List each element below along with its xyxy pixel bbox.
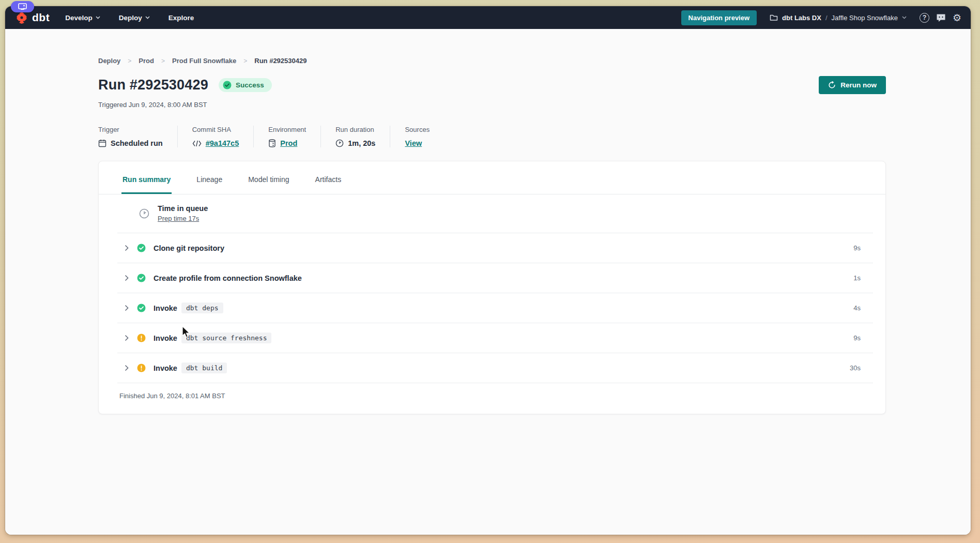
primary-nav: Develop Deploy Explore bbox=[65, 14, 194, 22]
nav-item-label: Deploy bbox=[119, 14, 142, 22]
run-summary-card: Run summary Lineage Model timing Artifac… bbox=[98, 161, 886, 414]
meta-label: Run duration bbox=[335, 126, 375, 133]
rerun-now-button[interactable]: Rerun now bbox=[819, 76, 886, 94]
breadcrumb-deploy[interactable]: Deploy bbox=[98, 57, 120, 65]
chevron-right-icon[interactable] bbox=[125, 305, 129, 311]
breadcrumb-separator: > bbox=[161, 57, 165, 65]
chevron-right-icon[interactable] bbox=[125, 335, 129, 341]
breadcrumb-job[interactable]: Prod Full Snowflake bbox=[172, 57, 236, 65]
database-icon bbox=[268, 139, 276, 147]
meta-label: Trigger bbox=[98, 126, 163, 133]
breadcrumb-run: Run #292530429 bbox=[254, 57, 307, 65]
rerun-icon bbox=[828, 81, 836, 89]
step-row-dbt-build[interactable]: Invoke dbt build 30s bbox=[99, 353, 885, 383]
gear-icon: ⚙ bbox=[953, 13, 961, 23]
chevron-right-icon[interactable] bbox=[125, 245, 129, 251]
breadcrumb-prod[interactable]: Prod bbox=[139, 57, 154, 65]
code-icon bbox=[192, 140, 202, 147]
meta-label: Sources bbox=[405, 126, 430, 133]
rerun-label: Rerun now bbox=[840, 81, 877, 89]
settings-button[interactable]: ⚙ bbox=[953, 13, 961, 23]
dbt-logo-icon bbox=[14, 10, 29, 25]
page-body: Deploy > Prod > Prod Full Snowflake > Ru… bbox=[5, 29, 971, 535]
trigger-value: Scheduled run bbox=[111, 139, 163, 147]
tab-lineage[interactable]: Lineage bbox=[195, 161, 223, 194]
queue-title: Time in queue bbox=[158, 204, 208, 213]
finished-timestamp: Finished Jun 9, 2024, 8:01 AM BST bbox=[99, 383, 885, 414]
dbt-logo[interactable]: dbt bbox=[14, 10, 50, 25]
navigation-preview-button[interactable]: Navigation preview bbox=[681, 10, 757, 25]
account-name: dbt Labs DX bbox=[782, 14, 821, 22]
step-code: dbt deps bbox=[181, 303, 223, 313]
page-title: Run #292530429 bbox=[98, 77, 208, 93]
nav-item-develop[interactable]: Develop bbox=[65, 14, 100, 22]
tab-run-summary[interactable]: Run summary bbox=[121, 161, 172, 194]
queue-clock-icon bbox=[139, 208, 149, 219]
chevron-right-icon[interactable] bbox=[125, 275, 129, 281]
nav-item-label: Explore bbox=[169, 14, 194, 22]
sources-view-link[interactable]: View bbox=[405, 139, 422, 147]
tab-artifacts[interactable]: Artifacts bbox=[314, 161, 343, 194]
path-separator: / bbox=[825, 14, 828, 22]
screen-share-extension-pill[interactable] bbox=[11, 1, 34, 12]
step-row-create-profile[interactable]: Create profile from connection Snowflake… bbox=[99, 263, 885, 293]
help-button[interactable]: ? bbox=[920, 13, 929, 23]
step-row-clone-git[interactable]: Clone git repository 9s bbox=[99, 233, 885, 263]
chevron-down-icon bbox=[902, 16, 907, 19]
folder-icon bbox=[770, 14, 778, 21]
meta-environment: Environment Prod bbox=[268, 126, 321, 147]
nav-item-explore[interactable]: Explore bbox=[169, 14, 194, 22]
success-check-icon bbox=[223, 81, 232, 89]
screen-share-icon bbox=[18, 3, 27, 10]
project-name: Jaffle Shop Snowflake bbox=[832, 14, 898, 22]
success-check-icon bbox=[137, 304, 146, 312]
nav-item-deploy[interactable]: Deploy bbox=[119, 14, 150, 22]
meta-sources: Sources View bbox=[405, 126, 444, 147]
step-duration: 1s bbox=[853, 274, 885, 282]
warning-icon bbox=[137, 334, 146, 342]
step-duration: 4s bbox=[853, 304, 885, 312]
step-row-dbt-source-freshness[interactable]: Invoke dbt source freshness 9s bbox=[99, 323, 885, 353]
step-row-dbt-deps[interactable]: Invoke dbt deps 4s bbox=[99, 293, 885, 323]
warning-icon bbox=[137, 364, 146, 372]
chevron-down-icon bbox=[96, 16, 100, 19]
run-meta-row: Trigger Scheduled run Commit SHA bbox=[98, 126, 886, 147]
step-label: Clone git repository bbox=[154, 244, 224, 252]
feedback-button[interactable] bbox=[936, 13, 946, 22]
breadcrumb-separator: > bbox=[128, 57, 131, 65]
chevron-right-icon[interactable] bbox=[125, 365, 129, 371]
status-label: Success bbox=[236, 81, 264, 89]
commit-sha-link[interactable]: #9a147c5 bbox=[206, 139, 239, 147]
nav-item-label: Develop bbox=[65, 14, 93, 22]
breadcrumb: Deploy > Prod > Prod Full Snowflake > Ru… bbox=[98, 57, 886, 65]
triggered-timestamp: Triggered Jun 9, 2024, 8:00 AM BST bbox=[98, 101, 886, 109]
step-code: dbt source freshness bbox=[181, 333, 272, 343]
time-in-queue-row: Time in queue Prep time 17s bbox=[99, 194, 885, 233]
navbar-icon-group: ? ⚙ bbox=[920, 13, 961, 23]
dbt-logo-text: dbt bbox=[32, 11, 50, 24]
tab-model-timing[interactable]: Model timing bbox=[247, 161, 290, 194]
page-header: Run #292530429 Success Rerun now bbox=[98, 76, 886, 94]
step-label: Invoke bbox=[154, 334, 177, 342]
meta-commit-sha: Commit SHA #9a147c5 bbox=[192, 126, 254, 147]
success-check-icon bbox=[137, 244, 146, 252]
success-check-icon bbox=[137, 274, 146, 282]
top-navbar: dbt Develop Deploy Explore Navigation pr… bbox=[5, 6, 971, 29]
prep-time-link[interactable]: Prep time 17s bbox=[158, 215, 199, 222]
environment-link[interactable]: Prod bbox=[280, 139, 297, 147]
breadcrumb-separator: > bbox=[243, 57, 247, 65]
meta-label: Commit SHA bbox=[192, 126, 239, 133]
status-badge: Success bbox=[219, 78, 272, 92]
chevron-down-icon bbox=[145, 16, 150, 19]
navbar-right: Navigation preview dbt Labs DX / Jaffle … bbox=[681, 10, 961, 25]
app-window: dbt Develop Deploy Explore Navigation pr… bbox=[5, 6, 971, 535]
meta-label: Environment bbox=[268, 126, 306, 133]
project-switcher[interactable]: dbt Labs DX / Jaffle Shop Snowflake bbox=[770, 14, 907, 22]
step-code: dbt build bbox=[181, 363, 227, 373]
calendar-icon bbox=[98, 139, 106, 147]
run-tabs: Run summary Lineage Model timing Artifac… bbox=[99, 161, 885, 194]
meta-trigger: Trigger Scheduled run bbox=[98, 126, 178, 147]
step-duration: 9s bbox=[853, 334, 885, 342]
run-duration-value: 1m, 20s bbox=[348, 139, 375, 147]
step-duration: 30s bbox=[850, 364, 885, 372]
